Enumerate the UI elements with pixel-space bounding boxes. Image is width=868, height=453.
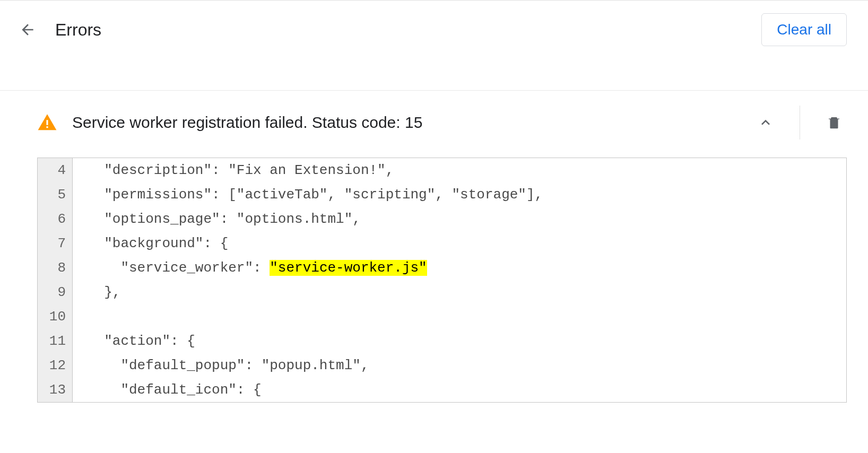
line-number: 7 xyxy=(38,231,73,256)
line-number: 10 xyxy=(38,304,73,329)
code-row: 11 "action": { xyxy=(38,329,846,353)
page-header: Errors Clear all xyxy=(0,1,868,59)
code-line: "background": { xyxy=(73,231,846,256)
code-line: "default_icon": { xyxy=(73,378,846,402)
code-snippet: 4 "description": "Fix an Extension!",5 "… xyxy=(37,158,847,403)
code-row: 13 "default_icon": { xyxy=(38,378,846,402)
line-number: 8 xyxy=(38,256,73,280)
code-line: "description": "Fix an Extension!", xyxy=(73,158,846,182)
code-text: "service_worker": xyxy=(88,260,270,276)
error-header[interactable]: Service worker registration failed. Stat… xyxy=(37,91,847,150)
code-line: "default_popup": "popup.html", xyxy=(73,353,846,378)
error-message: Service worker registration failed. Stat… xyxy=(72,114,753,132)
code-text: "background": { xyxy=(88,236,228,251)
code-row: 12 "default_popup": "popup.html", xyxy=(38,353,846,378)
code-row: 6 "options_page": "options.html", xyxy=(38,207,846,231)
line-number: 6 xyxy=(38,207,73,231)
code-line: }, xyxy=(73,280,846,304)
back-button[interactable] xyxy=(15,17,40,42)
header-spacer xyxy=(0,59,868,91)
delete-error-button[interactable] xyxy=(821,110,847,135)
svg-rect-0 xyxy=(46,120,48,125)
code-line: "permissions": ["activeTab", "scripting"… xyxy=(73,182,846,207)
code-text: "description": "Fix an Extension!", xyxy=(88,162,394,178)
line-number: 12 xyxy=(38,353,73,378)
code-text: "permissions": ["activeTab", "scripting"… xyxy=(88,187,543,203)
svg-rect-1 xyxy=(46,126,48,128)
code-text: }, xyxy=(88,284,120,300)
warning-icon xyxy=(37,112,57,133)
code-row: 7 "background": { xyxy=(38,231,846,256)
chevron-up-icon xyxy=(757,114,774,131)
action-separator xyxy=(800,106,800,140)
line-number: 11 xyxy=(38,329,73,353)
code-text: "default_icon": { xyxy=(88,382,262,398)
clear-all-button[interactable]: Clear all xyxy=(761,13,847,46)
code-text: "action": { xyxy=(88,333,195,349)
code-row: 4 "description": "Fix an Extension!", xyxy=(38,158,846,182)
arrow-left-icon xyxy=(19,21,36,38)
code-row: 9 }, xyxy=(38,280,846,304)
code-row: 5 "permissions": ["activeTab", "scriptin… xyxy=(38,182,846,207)
line-number: 5 xyxy=(38,182,73,207)
code-text: "default_popup": "popup.html", xyxy=(88,358,369,373)
line-number: 4 xyxy=(38,158,73,182)
collapse-button[interactable] xyxy=(753,110,778,135)
page-title: Errors xyxy=(55,20,747,40)
code-line: "options_page": "options.html", xyxy=(73,207,846,231)
trash-icon xyxy=(826,115,842,130)
code-row: 10 xyxy=(38,304,846,329)
code-line: "service_worker": "service-worker.js" xyxy=(73,256,846,280)
code-highlight: "service-worker.js" xyxy=(270,260,427,276)
code-line xyxy=(73,304,846,329)
code-text: "options_page": "options.html", xyxy=(88,211,361,227)
line-number: 13 xyxy=(38,378,73,402)
error-item: Service worker registration failed. Stat… xyxy=(0,91,868,403)
line-number: 9 xyxy=(38,280,73,304)
code-row: 8 "service_worker": "service-worker.js" xyxy=(38,256,846,280)
error-actions xyxy=(753,106,847,140)
code-line: "action": { xyxy=(73,329,846,353)
